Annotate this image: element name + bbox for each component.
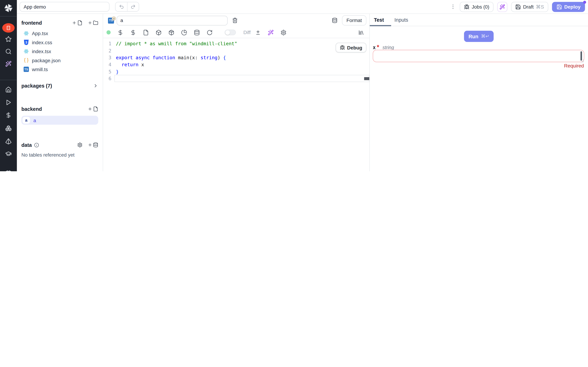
file-label: wmill.ts <box>32 67 48 72</box>
file-row-app-tsx[interactable]: App.tsx <box>17 29 103 38</box>
jobs-button[interactable]: Jobs (0) <box>460 2 493 12</box>
database-icon <box>332 18 337 23</box>
database-icon <box>194 29 200 35</box>
packages-section-header[interactable]: packages (7) <box>17 82 103 90</box>
package-button[interactable] <box>156 29 162 35</box>
redo-button[interactable] <box>127 2 138 11</box>
run-panel-tabs: Test Inputs <box>370 14 588 26</box>
file-row-index-tsx[interactable]: index.tsx <box>17 47 103 56</box>
plus-icon <box>72 21 77 25</box>
code-editor[interactable]: 1 // import * as wmill from "windmill-cl… <box>103 38 369 113</box>
code-line: 3 export async function main(x: string) … <box>103 54 369 61</box>
calendar-icon[interactable] <box>0 170 17 171</box>
windmill-app-editor: Jobs (0) Draft ⌘S Deploy frontend <box>0 0 588 171</box>
home-icon[interactable] <box>0 86 17 93</box>
variable-picker-button[interactable] <box>117 29 123 35</box>
add-script-button[interactable] <box>88 106 98 112</box>
database-button[interactable] <box>194 29 200 35</box>
star-icon[interactable] <box>0 36 17 42</box>
format-button[interactable]: Format <box>342 15 366 25</box>
file-label: App.tsx <box>32 31 48 36</box>
debug-button[interactable]: Debug <box>336 43 366 52</box>
package-icon <box>156 29 162 35</box>
script-picker-button[interactable] <box>143 29 149 35</box>
delete-script-button[interactable] <box>232 18 238 23</box>
pie-icon <box>181 29 187 35</box>
required-error: Required <box>564 63 584 68</box>
save-icon <box>556 4 562 10</box>
file-icon <box>77 20 82 25</box>
undo-button[interactable] <box>115 2 127 11</box>
data-title: data <box>21 142 32 148</box>
deploy-button[interactable]: Deploy <box>552 2 585 12</box>
kebab-menu-button[interactable] <box>450 4 456 10</box>
arg-x-input[interactable] <box>373 50 584 62</box>
app-title-input[interactable] <box>19 2 109 12</box>
refresh-icon <box>207 29 213 35</box>
folder-icon <box>93 20 98 25</box>
schema-explorer-button[interactable] <box>332 18 337 23</box>
script-name-input[interactable] <box>117 16 227 25</box>
line-number: 1 <box>103 41 111 46</box>
bug-icon <box>464 4 469 10</box>
line-number: 4 <box>103 62 111 67</box>
code-line: 4 return x <box>103 61 369 68</box>
data-section-header: data <box>17 141 103 149</box>
jobs-label: Jobs (0) <box>472 4 489 10</box>
sidebar-divider <box>0 80 17 80</box>
editor-scrollbar-handle[interactable] <box>364 77 369 80</box>
code-line: 1 // import * as wmill from "windmill-cl… <box>103 40 369 47</box>
magic-wand-icon[interactable] <box>0 61 17 67</box>
add-file-button[interactable] <box>72 20 82 25</box>
add-table-button[interactable] <box>88 142 98 148</box>
left-sidebar <box>0 0 17 171</box>
library-icon <box>358 29 364 35</box>
tab-inputs[interactable]: Inputs <box>394 17 408 23</box>
magic-wand-icon <box>268 29 274 35</box>
file-row-package-json[interactable]: package.json <box>17 56 103 65</box>
dollar-icon[interactable] <box>0 112 17 118</box>
file-row-wmill-ts[interactable]: TS wmill.ts <box>17 65 103 74</box>
windmill-logo-icon[interactable] <box>0 4 17 12</box>
packages-title: packages (7) <box>21 83 52 89</box>
refresh-button[interactable] <box>207 29 213 35</box>
library-button[interactable] <box>358 29 364 35</box>
play-icon[interactable] <box>0 99 17 106</box>
react-icon <box>24 49 29 54</box>
cache-button[interactable] <box>181 29 187 35</box>
arg-input-scrollbar[interactable] <box>580 51 582 61</box>
ai-assist-button[interactable] <box>268 29 274 35</box>
tab-test[interactable]: Test <box>374 17 384 23</box>
info-icon <box>34 142 39 147</box>
pyramid-icon[interactable] <box>0 138 17 144</box>
draft-shortcut: ⌘S <box>536 4 544 10</box>
files-panel: frontend App.tsx 3 index.css <box>17 14 103 171</box>
typescript-tab-icon[interactable]: TS <box>108 17 114 23</box>
add-folder-button[interactable] <box>88 20 98 25</box>
topbar-actions: Jobs (0) Draft ⌘S Deploy <box>450 2 585 12</box>
chevron-right-icon <box>93 83 98 88</box>
app-icon[interactable] <box>2 23 15 33</box>
run-button[interactable]: Run ⌘↵ <box>464 31 494 42</box>
frontend-title: frontend <box>21 20 42 26</box>
resource-picker-button[interactable] <box>130 29 136 35</box>
file-label: index.tsx <box>32 49 51 54</box>
diff-toggle[interactable] <box>225 30 236 35</box>
resize-handle-icon[interactable] <box>581 60 583 62</box>
data-settings-button[interactable] <box>77 142 82 148</box>
boxes-icon[interactable] <box>0 125 17 131</box>
gear-icon <box>77 142 82 148</box>
graduation-cap-icon[interactable] <box>0 150 17 157</box>
draft-button[interactable]: Draft ⌘S <box>511 2 548 12</box>
plus-minus-button[interactable] <box>255 29 261 35</box>
package-button[interactable] <box>168 29 174 35</box>
code-line: 2 <box>103 47 369 54</box>
file-row-index-css[interactable]: 3 index.css <box>17 38 103 47</box>
runnable-label: a <box>34 117 36 123</box>
search-icon[interactable] <box>0 48 17 55</box>
ai-wand-button[interactable] <box>497 2 507 12</box>
backend-section-header: backend <box>17 105 103 113</box>
backend-item-a[interactable]: a a <box>21 116 98 125</box>
editor-settings-button[interactable] <box>281 29 286 35</box>
frontend-file-list: App.tsx 3 index.css index.tsx package.js… <box>17 29 103 74</box>
